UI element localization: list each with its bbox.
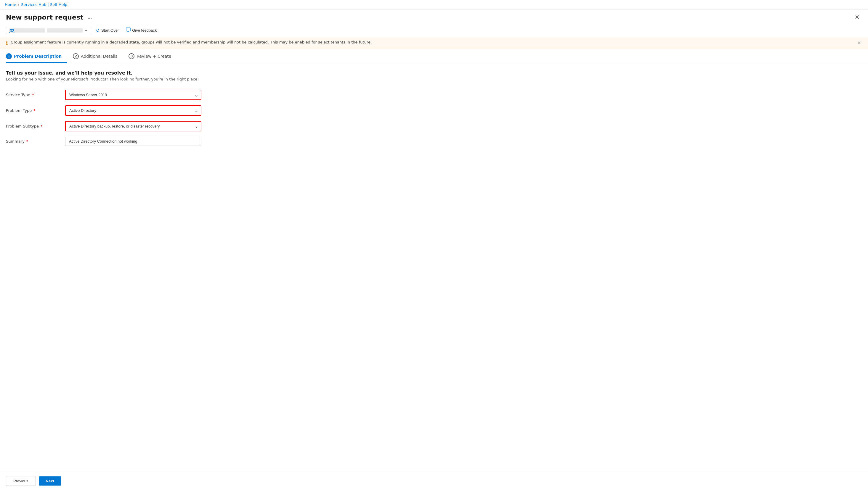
feedback-icon	[126, 28, 131, 33]
ellipsis-button[interactable]: ...	[86, 13, 93, 21]
give-feedback-label: Give feedback	[132, 28, 157, 33]
dropdown-placeholder	[47, 28, 83, 33]
breadcrumb-services-hub[interactable]: Services Hub | Self Help	[21, 2, 67, 7]
banner-close-button[interactable]: ✕	[856, 40, 862, 45]
problem-subtype-control: Active Directory backup, restore, or dis…	[65, 121, 202, 131]
problem-type-select[interactable]: Active Directory	[65, 105, 202, 116]
page-title-row: New support request ...	[6, 13, 93, 21]
tab-num-1: 1	[6, 53, 12, 59]
start-over-button[interactable]: ↺ Start Over	[94, 27, 121, 34]
summary-row: Summary *	[6, 137, 273, 146]
tab-label-1: Problem Description	[14, 54, 62, 59]
main-content: Tell us your issue, and we'll help you r…	[0, 63, 868, 472]
previous-button[interactable]: Previous	[6, 476, 36, 486]
problem-type-control: Active Directory	[65, 105, 202, 116]
summary-label: Summary *	[6, 139, 65, 143]
give-feedback-button[interactable]: Give feedback	[123, 26, 159, 34]
tab-problem-description[interactable]: 1 Problem Description	[6, 50, 67, 63]
problem-subtype-select[interactable]: Active Directory backup, restore, or dis…	[65, 121, 202, 131]
breadcrumb: Home › Services Hub | Self Help	[5, 2, 67, 7]
form-subtext: Looking for help with one of your Micros…	[6, 77, 862, 81]
page-header: New support request ... ✕	[0, 9, 868, 24]
svg-point-0	[10, 29, 12, 31]
problem-type-label: Problem Type *	[6, 108, 65, 113]
tab-label-3: Review + Create	[136, 54, 171, 59]
top-bar: Home › Services Hub | Self Help	[0, 0, 868, 9]
problem-subtype-row: Problem Subtype * Active Directory backu…	[6, 121, 273, 131]
wizard-tabs: 1 Problem Description 2 Additional Detai…	[0, 50, 868, 63]
problem-type-row: Problem Type * Active Directory	[6, 105, 273, 116]
summary-input[interactable]	[65, 137, 202, 146]
banner-message: Group assignment feature is currently ru…	[11, 40, 372, 44]
close-button[interactable]: ✕	[852, 12, 862, 22]
svg-point-1	[12, 29, 13, 31]
summary-control	[65, 137, 202, 146]
problem-subtype-label: Problem Subtype *	[6, 124, 65, 128]
page-title: New support request	[6, 13, 83, 21]
service-type-select[interactable]: Windows Server 2019	[65, 90, 202, 100]
banner-info-icon: ℹ	[6, 40, 8, 46]
tenant-dropdown[interactable]	[6, 27, 91, 34]
dropdown-chevron-icon	[84, 28, 88, 33]
service-type-select-wrapper: Windows Server 2019	[65, 90, 202, 100]
problem-subtype-select-wrapper: Active Directory backup, restore, or dis…	[65, 121, 202, 131]
breadcrumb-home[interactable]: Home	[5, 2, 16, 7]
service-type-row: Service Type * Windows Server 2019	[6, 90, 273, 100]
tab-num-2: 2	[73, 53, 79, 59]
info-banner: ℹ Group assignment feature is currently …	[0, 37, 868, 49]
start-over-label: Start Over	[101, 28, 119, 33]
problem-type-select-wrapper: Active Directory	[65, 105, 202, 116]
toolbar: ↺ Start Over Give feedback	[0, 24, 868, 37]
tab-label-2: Additional Details	[81, 54, 117, 59]
next-button[interactable]: Next	[39, 477, 61, 486]
group-icon	[9, 28, 45, 33]
service-type-label: Service Type *	[6, 93, 65, 97]
tab-num-3: 3	[128, 53, 134, 59]
form-heading: Tell us your issue, and we'll help you r…	[6, 70, 862, 76]
start-over-icon: ↺	[96, 28, 100, 33]
footer: Previous Next	[0, 472, 868, 490]
tab-additional-details[interactable]: 2 Additional Details	[73, 50, 123, 63]
service-type-control: Windows Server 2019	[65, 90, 202, 100]
tab-review-create[interactable]: 3 Review + Create	[128, 50, 177, 63]
